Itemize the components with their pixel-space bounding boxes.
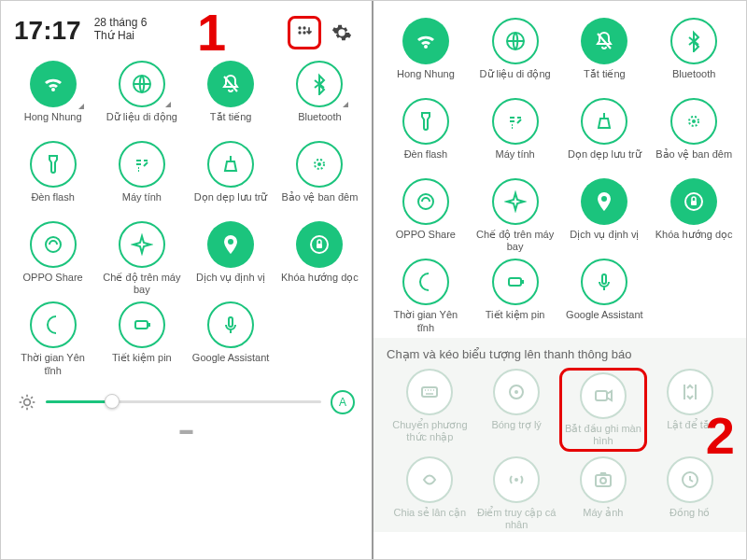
tile-label: Google Assistant [192,352,270,376]
tile-wifi[interactable]: Hong Nhung [8,61,97,135]
tile-label: OPPO Share [23,272,83,296]
svg-point-8 [46,237,61,252]
tile-globe[interactable]: Dữ liệu di động [471,18,560,92]
tile-label: Thời gian Yên tĩnh [386,309,466,333]
svg-point-1 [303,26,305,29]
battery-icon [119,301,165,348]
svg-point-37 [514,478,518,482]
svg-point-3 [303,31,305,34]
tile-lock-rotation[interactable]: Khóa hướng dọc [649,178,739,253]
tile-airplane[interactable]: Chế độ trên máy bay [471,178,560,253]
tile-cleanup[interactable]: Dọn dẹp lưu trữ [560,98,650,173]
svg-line-22 [31,397,33,399]
tile-location[interactable]: Dịch vụ định vị [560,178,650,253]
svg-rect-10 [317,244,322,248]
tile-bluetooth[interactable]: Bluetooth [649,18,739,92]
tile-record[interactable]: Bắt đầu ghi màn hình [560,369,647,451]
tile-mic[interactable]: Google Assistant [187,301,275,376]
svg-rect-30 [509,278,521,286]
brightness-icon [18,393,36,412]
settings-button[interactable] [325,16,359,49]
nearby-icon [406,456,453,503]
svg-point-35 [514,390,518,394]
svg-rect-12 [148,323,150,327]
svg-point-7 [317,162,321,166]
tile-label: Bluetooth [672,68,715,92]
brightness-slider[interactable] [46,400,321,403]
calculator-icon [119,141,165,188]
svg-point-0 [298,26,301,29]
svg-rect-32 [602,274,606,284]
wifi-icon [402,18,449,64]
bell-off-icon [207,61,254,107]
tile-share[interactable]: OPPO Share [8,221,97,296]
tile-lock-rotation[interactable]: Khóa hướng dọc [275,221,364,296]
inactive-tiles-grid: Chuyển phương thức nhập Bóng trợ lý Bắt … [387,369,733,532]
bluetooth-icon [296,61,343,107]
quick-tiles-grid: Hong Nhung Dữ liệu di động Tắt tiếng Blu… [1,57,372,381]
tile-bell-off[interactable]: Tắt tiếng [187,61,275,135]
tile-label: Dịch vụ định vị [196,272,265,296]
tile-keyboard[interactable]: Chuyển phương thức nhập [387,369,473,451]
tile-label: Khóa hướng dọc [655,229,733,253]
tile-calculator[interactable]: Máy tính [471,98,560,173]
tile-mic[interactable]: Google Assistant [560,259,650,333]
svg-rect-31 [522,280,524,284]
wifi-icon [30,61,77,107]
tile-flashlight[interactable]: Đèn flash [381,98,471,173]
edit-tiles-button[interactable] [288,16,321,49]
tile-camera[interactable]: Máy ảnh [560,456,647,531]
tile-moon[interactable]: Thời gian Yên tĩnh [381,259,471,333]
tile-label: Dọn dẹp lưu trữ [194,191,268,216]
mic-icon [581,259,627,305]
tile-location[interactable]: Dịch vụ định vị [187,221,275,296]
svg-rect-11 [135,321,148,329]
tile-share[interactable]: OPPO Share [381,178,471,253]
record-icon [580,372,627,419]
tile-bluetooth[interactable]: Bluetooth [275,61,364,135]
flashlight-icon [402,98,449,145]
camera-icon [580,456,627,503]
tile-label: Dọn dẹp lưu trữ [568,148,641,173]
tile-flashlight[interactable]: Đèn flash [8,141,97,216]
tile-battery[interactable]: Tiết kiệm pin [471,259,560,333]
tile-label: Máy tính [122,191,162,216]
svg-line-20 [31,406,33,408]
auto-brightness-toggle[interactable]: A [331,390,355,414]
inactive-tiles-section: Chạm và kéo biểu tượng lên thanh thông b… [374,338,746,532]
tile-label: Dịch vụ định vị [570,229,639,253]
tile-battery[interactable]: Tiết kiệm pin [97,301,186,376]
globe-icon [119,61,165,107]
tile-moon[interactable]: Thời gian Yên tĩnh [8,301,97,376]
tile-label: Hong Nhung [397,68,455,92]
tile-label: Dữ liệu di động [480,68,551,92]
tile-label: Điểm truy cập cá nhân [476,507,557,531]
airplane-icon [492,178,539,225]
tile-wifi[interactable]: Hong Nhung [381,18,471,92]
keyboard-icon [406,369,453,415]
tile-bell-off[interactable]: Tắt tiếng [560,18,650,92]
tile-label: Hong Nhung [24,111,82,135]
tile-calculator[interactable]: Máy tính [97,141,186,216]
tile-nearby[interactable]: Chia sẻ lân cận [387,456,473,531]
svg-rect-13 [229,317,233,327]
hotspot-icon [493,456,540,503]
brightness-row: A [1,381,372,418]
tile-hotspot[interactable]: Điểm truy cập cá nhân [473,456,560,531]
tile-label: Tiết kiệm pin [112,352,172,376]
night-icon [296,141,343,188]
tile-night[interactable]: Bảo vệ ban đêm [649,98,739,173]
share-icon [30,221,77,268]
tile-cleanup[interactable]: Dọn dẹp lưu trữ [187,141,275,216]
tile-clock[interactable]: Đồng hồ [646,456,733,531]
drag-handle[interactable]: ▬ [1,418,372,441]
tile-ball[interactable]: Bóng trợ lý [473,369,560,451]
tile-label: Đèn flash [31,191,74,216]
tile-label: Máy ảnh [583,507,623,531]
tile-label: Khóa hướng dọc [281,272,359,296]
tile-night[interactable]: Bảo vệ ban đêm [275,141,364,216]
tile-airplane[interactable]: Chế độ trên máy bay [97,221,186,296]
tile-label: Đồng hồ [669,507,710,531]
airplane-icon [119,221,165,268]
tile-globe[interactable]: Dữ liệu di động [97,61,186,135]
